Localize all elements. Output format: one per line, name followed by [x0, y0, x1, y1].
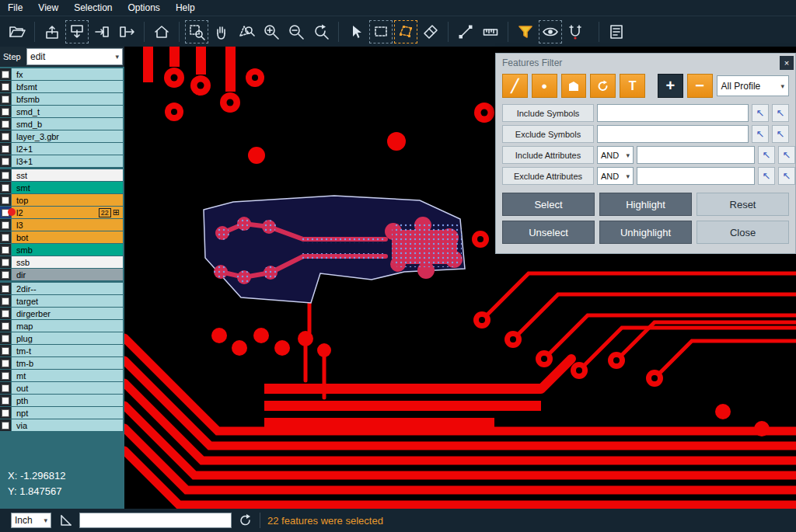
layer-checkbox[interactable]	[2, 145, 9, 153]
measure-line-icon[interactable]	[454, 20, 477, 43]
menu-help[interactable]: Help	[168, 0, 203, 16]
layer-name-cell[interactable]: l3	[12, 219, 123, 231]
zoom-area-icon[interactable]	[185, 20, 208, 43]
refresh-icon[interactable]	[239, 513, 253, 527]
layer-row[interactable]: fx	[0, 68, 124, 80]
layer-name-cell[interactable]: tm-t	[12, 345, 123, 356]
layer-visibility-cell[interactable]	[0, 308, 11, 319]
add-filter-button[interactable]: +	[658, 74, 683, 98]
include-attributes-button[interactable]: Include Attributes	[502, 146, 594, 164]
layer-checkbox[interactable]	[2, 347, 9, 355]
menu-selection[interactable]: Selection	[66, 0, 120, 16]
text-feature-button[interactable]: T	[620, 74, 645, 98]
layer-row[interactable]: npt	[0, 407, 124, 419]
layer-name-cell[interactable]: layer_3.gbr	[12, 130, 123, 142]
layer-row[interactable]: smd_t	[0, 106, 124, 117]
layer-visibility-cell[interactable]	[0, 81, 11, 92]
exclude-attributes-input[interactable]	[637, 167, 755, 185]
arc-feature-button[interactable]	[590, 74, 616, 98]
eye-icon[interactable]	[539, 20, 562, 43]
eraser-icon[interactable]	[419, 20, 442, 43]
layer-checkbox[interactable]	[2, 297, 9, 305]
layer-checkbox[interactable]	[2, 271, 9, 279]
layer-name-cell[interactable]: dirgerber	[12, 308, 123, 319]
layer-checkbox[interactable]	[2, 310, 9, 318]
layer-row[interactable]: top	[0, 194, 124, 206]
layer-visibility-cell[interactable]	[0, 68, 11, 80]
layer-visibility-cell[interactable]	[0, 244, 11, 256]
layer-visibility-cell[interactable]	[0, 382, 11, 394]
layer-visibility-cell[interactable]	[0, 118, 11, 130]
layer-row[interactable]: layer_3.gbr	[0, 130, 124, 142]
layer-row[interactable]: l3+1	[0, 155, 124, 167]
layer-row[interactable]: smt	[0, 182, 124, 193]
layer-checkbox[interactable]	[2, 259, 9, 266]
layer-name-cell[interactable]: smd_b	[12, 118, 123, 130]
corner-snap-icon[interactable]	[58, 513, 72, 527]
menu-file[interactable]: File	[0, 0, 30, 16]
layer-row[interactable]: out	[0, 382, 124, 394]
filter-funnel-icon[interactable]	[514, 20, 537, 43]
zoom-out-icon[interactable]	[285, 20, 308, 43]
layer-checkbox[interactable]	[2, 397, 9, 405]
include-symbols-input[interactable]	[597, 104, 749, 122]
pick-attribute-icon[interactable]: ↖	[758, 167, 775, 185]
layer-row[interactable]: dir	[0, 269, 124, 280]
layer-row[interactable]: l3	[0, 219, 124, 231]
layer-name-cell[interactable]: l222⊞	[12, 207, 123, 218]
layer-visibility-cell[interactable]	[0, 295, 11, 307]
pick-symbol-add-icon[interactable]: ↖	[772, 104, 789, 122]
layer-checkbox[interactable]	[2, 158, 9, 165]
layer-visibility-cell[interactable]	[0, 332, 11, 344]
layer-checkbox[interactable]	[2, 172, 9, 179]
layer-name-cell[interactable]: mt	[12, 370, 123, 381]
layer-grid-icon[interactable]: ⊞	[113, 207, 120, 217]
layer-row[interactable]: l2+1	[0, 143, 124, 155]
layer-name-cell[interactable]: bfsmb	[12, 93, 123, 105]
layer-visibility-cell[interactable]	[0, 370, 11, 381]
report-icon[interactable]	[605, 20, 628, 43]
layer-name-cell[interactable]: pth	[12, 395, 123, 406]
layer-visibility-cell[interactable]	[0, 357, 11, 369]
exclude-attributes-operator-select[interactable]: AND ▾	[597, 167, 634, 185]
layer-name-cell[interactable]: smt	[12, 182, 123, 193]
profile-select[interactable]: All Profile ▾	[717, 75, 789, 96]
layer-checkbox[interactable]	[2, 184, 9, 192]
layer-checkbox[interactable]	[2, 409, 9, 417]
exclude-symbols-input[interactable]	[597, 125, 749, 143]
pad-feature-button[interactable]: ●	[532, 74, 557, 98]
layer-visibility-cell[interactable]	[0, 419, 11, 431]
layer-row[interactable]: sst	[0, 169, 124, 181]
layer-visibility-cell[interactable]	[0, 345, 11, 356]
layer-row[interactable]: bfsmt	[0, 81, 124, 92]
cursor-icon[interactable]	[344, 20, 368, 43]
layer-name-cell[interactable]: l3+1	[12, 155, 123, 167]
pick-attribute-add-icon[interactable]: ↖	[778, 167, 795, 185]
exclude-symbols-button[interactable]: Exclude Symbols	[502, 125, 594, 143]
layer-checkbox[interactable]	[2, 83, 9, 91]
layer-name-cell[interactable]: 2dir--	[12, 283, 123, 294]
layer-name-cell[interactable]: plug	[12, 332, 123, 344]
layer-visibility-cell[interactable]	[0, 269, 11, 280]
layer-name-cell[interactable]: dir	[12, 269, 123, 280]
dialog-title-bar[interactable]: Features Filter ×	[496, 54, 795, 72]
layer-visibility-cell[interactable]	[0, 155, 11, 167]
layer-row[interactable]: 2dir--	[0, 283, 124, 294]
layer-row[interactable]: target	[0, 295, 124, 307]
layer-visibility-cell[interactable]	[0, 182, 11, 193]
layer-visibility-cell[interactable]	[0, 407, 11, 419]
layer-visibility-cell[interactable]	[0, 106, 11, 117]
layer-row[interactable]: mt	[0, 370, 124, 381]
layer-checkbox[interactable]	[2, 372, 9, 380]
reset-button[interactable]: Reset	[696, 193, 789, 216]
layer-visibility-cell[interactable]	[0, 256, 11, 268]
menu-options[interactable]: Options	[120, 0, 168, 16]
layer-name-cell[interactable]: l2+1	[12, 143, 123, 155]
layer-checkbox[interactable]	[2, 384, 9, 392]
step-select[interactable]: edit ▾	[26, 48, 123, 65]
highlight-button[interactable]: Highlight	[599, 193, 692, 216]
zoom-in-icon[interactable]	[260, 20, 283, 43]
layer-name-cell[interactable]: tm-b	[12, 357, 123, 369]
zoom-lasso-icon[interactable]	[235, 20, 258, 43]
layer-visibility-cell[interactable]	[0, 395, 11, 406]
